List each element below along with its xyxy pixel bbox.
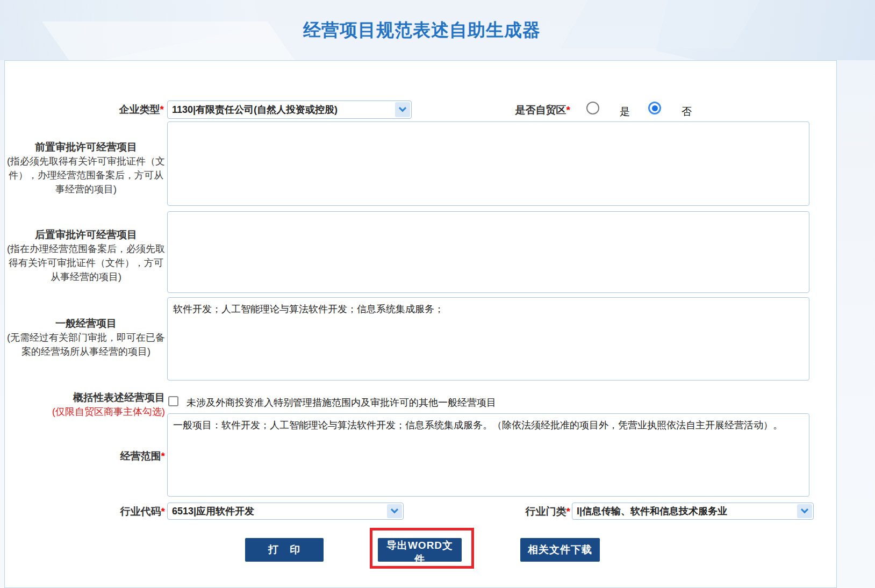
download-files-button[interactable]: 相关文件下载 <box>520 538 600 562</box>
form-panel: 企业类型* 1130|有限责任公司(自然人投资或控股) 是否自贸区* 是 否 前… <box>4 60 837 588</box>
chevron-down-icon <box>797 504 812 518</box>
general-business-label: 一般经营项目 (无需经过有关部门审批，即可在已备案的经营场所从事经营的项目) <box>7 317 165 358</box>
ftz-radio-no[interactable] <box>648 102 661 114</box>
industry-code-value: 6513|应用软件开发 <box>172 505 254 518</box>
industry-category-select[interactable]: I|信息传输、软件和信息技术服务业 <box>572 503 814 520</box>
chevron-down-icon <box>387 504 402 518</box>
chevron-down-icon <box>395 102 410 117</box>
industry-code-select[interactable]: 6513|应用软件开发 <box>167 503 404 520</box>
general-business-textarea[interactable]: 软件开发；人工智能理论与算法软件开发；信息系统集成服务； <box>167 297 809 381</box>
ftz-radio-yes[interactable] <box>586 102 599 114</box>
industry-code-label: 行业代码* <box>7 505 165 519</box>
pre-approval-label: 前置审批许可经营项目 (指必须先取得有关许可审批证件（文件），办理经营范围备案后… <box>7 140 165 196</box>
pre-approval-textarea[interactable] <box>167 121 809 206</box>
company-type-select[interactable]: 1130|有限责任公司(自然人投资或控股) <box>167 101 412 119</box>
post-approval-textarea[interactable] <box>167 211 809 293</box>
free-trade-zone-label: 是否自贸区* <box>463 103 570 117</box>
general-summary-checkbox[interactable] <box>168 396 178 406</box>
company-type-value: 1130|有限责任公司(自然人投资或控股) <box>172 103 338 116</box>
ftz-radio-no-label[interactable]: 否 <box>682 105 692 119</box>
industry-category-label: 行业门类* <box>463 505 570 519</box>
ftz-radio-yes-label[interactable]: 是 <box>620 105 630 119</box>
export-word-button[interactable]: 导出WORD文件 <box>378 538 462 562</box>
business-scope-textarea[interactable]: 一般项目：软件开发；人工智能理论与算法软件开发；信息系统集成服务。（除依法须经批… <box>167 413 809 497</box>
page-title: 经营项目规范表述自助生成器 <box>0 18 844 42</box>
general-summary-label: 概括性表述经营项目 (仅限自贸区商事主体勾选) <box>7 391 165 419</box>
export-highlight-box: 导出WORD文件 <box>370 528 474 569</box>
general-summary-checkbox-label[interactable]: 未涉及外商投资准入特别管理措施范围内及审批许可的其他一般经营项目 <box>187 396 496 409</box>
company-type-label: 企业类型* <box>5 103 164 117</box>
print-button[interactable]: 打 印 <box>245 538 324 562</box>
industry-category-value: I|信息传输、软件和信息技术服务业 <box>577 505 727 518</box>
post-approval-label: 后置审批许可经营项目 (指在办理经营范围备案后，必须先取得有关许可审批证件（文件… <box>7 228 165 284</box>
business-scope-label: 经营范围* <box>7 449 165 463</box>
